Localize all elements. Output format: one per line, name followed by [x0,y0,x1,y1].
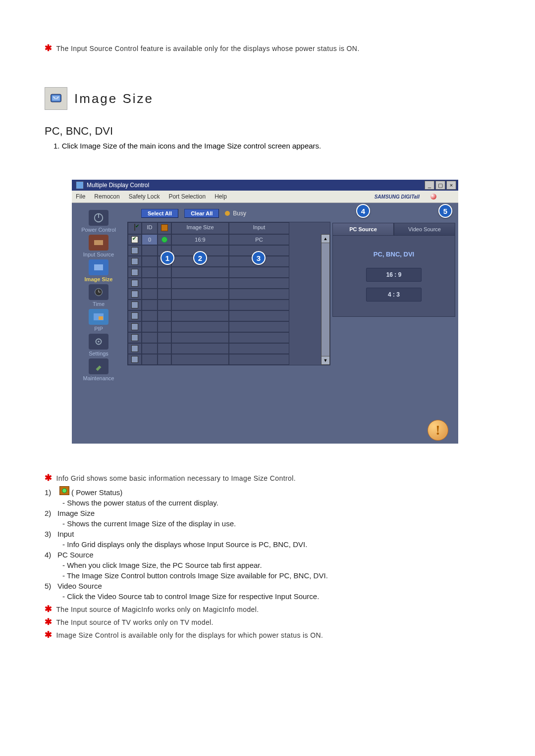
sidebar-item-settings[interactable]: Settings [74,334,123,356]
table-row[interactable] [128,332,321,343]
table-row[interactable] [128,278,321,289]
option-4-3[interactable]: 4 : 3 [366,288,422,302]
brand-label: SAMSUNG DIGITall [374,194,445,200]
cell-id [142,343,158,354]
note-bottom: ✱The Input source of MagicInfo works onl… [45,605,490,613]
menu-safetylock[interactable]: Safety Lock [129,193,160,200]
cell-input [229,300,289,310]
cell-imgsize [171,354,229,365]
titlebar: Multiple Display Control _ ▢ × [72,180,458,191]
menu-portselection[interactable]: Port Selection [168,193,206,200]
table-row[interactable]: 016:9PC [128,234,321,245]
explain-item: 5)Video Source [45,582,490,590]
sidebar-item-input[interactable]: Input Source [74,235,123,257]
menu-help[interactable]: Help [214,193,227,200]
table-row[interactable] [128,267,321,278]
callout-5: 5 [438,204,452,218]
table-row[interactable] [128,300,321,310]
cell-imgsize [171,278,229,289]
row-checkbox[interactable] [131,345,138,352]
cell-imgsize [171,332,229,343]
cell-imgsize [171,343,229,354]
pip-icon [89,309,108,325]
explain-item: 4)PC Source [45,551,490,559]
note-bottom: ✱Image Size Control is available only fo… [45,630,490,639]
input-icon [89,235,108,251]
callout-4: 4 [356,204,370,218]
sidebar: Power Control Input Source Image Size Ti… [72,203,125,416]
table-row[interactable] [128,289,321,300]
row-checkbox[interactable] [131,323,138,330]
col-check[interactable] [128,222,142,234]
sidebar-item-maintenance[interactable]: Maintenance [74,358,123,381]
cell-input [229,343,289,354]
row-checkbox[interactable] [131,280,138,287]
menu-file[interactable]: File [76,193,85,200]
table-row[interactable] [128,310,321,321]
maximize-button[interactable]: ▢ [435,181,445,190]
row-checkbox[interactable] [131,312,138,319]
warning-icon: ! [428,420,448,441]
table-row[interactable] [128,354,321,365]
cell-input [229,289,289,300]
sidebar-item-power[interactable]: Power Control [74,210,123,233]
note-text: The Input source of MagicInfo works only… [56,605,259,613]
app-window: Multiple Display Control _ ▢ × File Remo… [72,180,458,444]
cell-input [229,310,289,321]
row-checkbox[interactable] [131,334,138,341]
star-icon: ✱ [45,630,52,639]
row-checkbox[interactable] [131,269,138,276]
col-id[interactable]: ID [142,222,158,234]
col-input[interactable]: Input [229,222,289,234]
menu-remocon[interactable]: Remocon [94,193,119,200]
cell-status [158,300,171,310]
row-checkbox[interactable] [131,302,138,308]
callout-1: 1 [160,251,174,265]
cell-id [142,267,158,278]
sidebar-item-pip[interactable]: PIP [74,309,123,332]
tab-video-source[interactable]: Video Source [394,223,455,236]
busy-indicator: Busy [225,210,246,217]
note-text: The Input source of TV works only on TV … [56,618,213,626]
note-top: ✱ The Input Source Control feature is av… [45,44,490,52]
cell-status [158,321,171,332]
close-button[interactable]: × [446,181,456,190]
sidebar-item-time[interactable]: Time [74,284,123,307]
col-status[interactable] [158,222,171,234]
explain-item-sub: - Shows the current Image Size of the di… [62,519,490,528]
table-row[interactable] [128,256,321,267]
window-footer: ! [72,416,458,444]
scroll-up-icon[interactable]: ▲ [321,235,329,243]
col-imgsize[interactable]: Image Size [171,222,229,234]
cell-status [158,267,171,278]
row-checkbox[interactable] [131,236,138,243]
table-row[interactable] [128,343,321,354]
option-16-9[interactable]: 16 : 9 [366,268,422,282]
cell-id [142,310,158,321]
cell-imgsize: 16:9 [171,234,229,245]
minimize-button[interactable]: _ [425,181,434,190]
grid-scrollbar[interactable]: ▲ ▼ [321,234,330,365]
table-row[interactable] [128,321,321,332]
note-text: Image Size Control is available only for… [56,631,323,639]
tab-pc-source[interactable]: PC Source [332,223,394,236]
table-row[interactable] [128,245,321,256]
explain-item-title: PC Source [57,551,94,559]
info-grid: ID Image Size Input 016:9PC ▲ ▼ [127,222,330,365]
cell-status [158,332,171,343]
sidebar-item-imagesize[interactable]: Image Size [74,259,123,282]
select-all-button[interactable]: Select All [141,209,178,218]
row-checkbox[interactable] [131,258,138,265]
row-checkbox[interactable] [131,356,138,363]
cell-id [142,321,158,332]
cell-status [158,234,171,245]
svg-rect-1 [52,96,60,101]
clear-all-button[interactable]: Clear All [184,209,219,218]
row-checkbox[interactable] [131,247,138,254]
scroll-down-icon[interactable]: ▼ [321,356,329,364]
row-checkbox[interactable] [131,291,138,298]
cell-status [158,278,171,289]
power-status-icon [59,486,69,495]
app-icon [76,181,84,189]
cell-id [142,354,158,365]
